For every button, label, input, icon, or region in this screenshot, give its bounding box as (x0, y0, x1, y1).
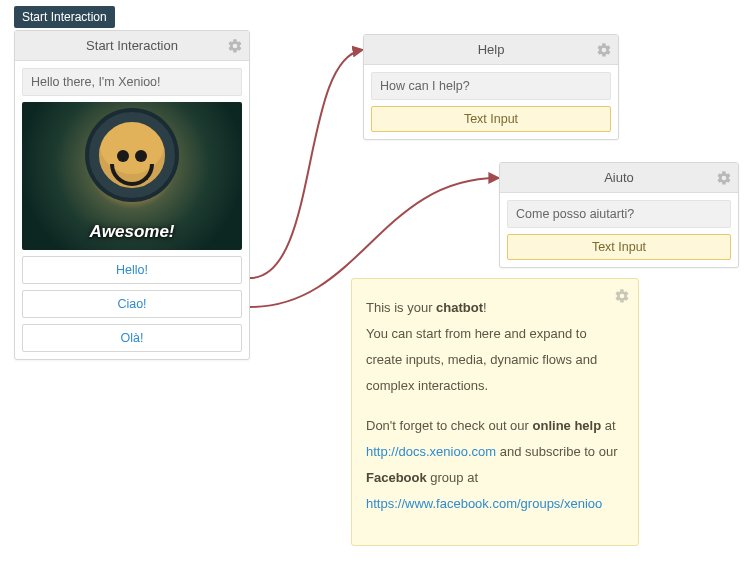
card-title: Start Interaction (86, 38, 178, 53)
help-card[interactable]: Help How can I help? Text Input (363, 34, 619, 140)
card-title: Help (478, 42, 505, 57)
card-body: How can I help? Text Input (364, 65, 618, 139)
greeting-text: Hello there, I'm Xenioo! (31, 75, 161, 89)
gear-icon[interactable] (716, 170, 732, 186)
greeting-message[interactable]: Hello there, I'm Xenioo! (22, 68, 242, 96)
text-input-label: Text Input (464, 112, 518, 126)
choice-label: Ciao! (117, 297, 146, 311)
choice-button-ola[interactable]: Olà! (22, 324, 242, 352)
badge-label: Start Interaction (22, 10, 107, 24)
choice-button-ciao[interactable]: Ciao! (22, 290, 242, 318)
prompt-message[interactable]: How can I help? (371, 72, 611, 100)
card-body: Hello there, I'm Xenioo! Awesome! Hello!… (15, 61, 249, 359)
note-line-3: Don't forget to check out our online hel… (366, 413, 624, 517)
note-line-2: You can start from here and expand to cr… (366, 321, 624, 399)
choice-label: Hello! (116, 263, 148, 277)
choice-button-hello[interactable]: Hello! (22, 256, 242, 284)
media-caption: Awesome! (22, 222, 242, 242)
note-line-1: This is your chatbot! (366, 295, 624, 321)
info-note[interactable]: This is your chatbot! You can start from… (351, 278, 639, 546)
start-interaction-card[interactable]: Start Interaction Hello there, I'm Xenio… (14, 30, 250, 360)
card-header: Aiuto (500, 163, 738, 193)
start-interaction-badge: Start Interaction (14, 6, 115, 28)
text-input-label: Text Input (592, 240, 646, 254)
docs-link[interactable]: http://docs.xenioo.com (366, 444, 496, 459)
card-title: Aiuto (604, 170, 634, 185)
prompt-text: Come posso aiutarti? (516, 207, 634, 221)
media-face (89, 112, 175, 198)
text-input-action[interactable]: Text Input (507, 234, 731, 260)
gear-icon[interactable] (596, 42, 612, 58)
prompt-text: How can I help? (380, 79, 470, 93)
card-body: Come posso aiutarti? Text Input (500, 193, 738, 267)
choice-label: Olà! (121, 331, 144, 345)
media-attachment[interactable]: Awesome! (22, 102, 242, 250)
text-input-action[interactable]: Text Input (371, 106, 611, 132)
card-header: Help (364, 35, 618, 65)
gear-icon[interactable] (614, 287, 630, 303)
flow-canvas: Start Interaction Start Interaction Hell… (0, 0, 753, 585)
card-header: Start Interaction (15, 31, 249, 61)
facebook-link[interactable]: https://www.facebook.com/groups/xenioo (366, 496, 602, 511)
prompt-message[interactable]: Come posso aiutarti? (507, 200, 731, 228)
aiuto-card[interactable]: Aiuto Come posso aiutarti? Text Input (499, 162, 739, 268)
gear-icon[interactable] (227, 38, 243, 54)
